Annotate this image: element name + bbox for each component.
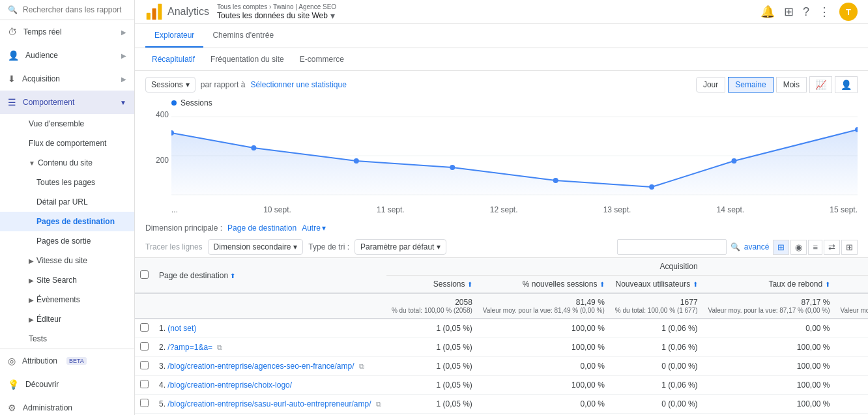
sidebar-search-container[interactable]: 🔍 <box>0 0 134 20</box>
sidebar-item-evenements[interactable]: ▶ Évènements <box>0 290 134 309</box>
chart-yaxis: 400 200 <box>145 110 169 201</box>
table-search-input[interactable] <box>617 239 727 255</box>
row1-page-link[interactable]: (not set) <box>167 324 196 333</box>
sidebar-item-audience[interactable]: 👤 Audience ▶ <box>0 44 134 67</box>
sidebar-item-contenu[interactable]: ▼ Contenu du site <box>0 153 134 173</box>
th-pages-session[interactable]: Pages/session ⬆ <box>835 276 868 294</box>
avatar[interactable]: T <box>839 3 858 21</box>
sidebar-item-acquisition[interactable]: ⬇ Acquisition ▶ <box>0 67 134 91</box>
summary-row: 2058 % du total: 100,00 % (2058) 81,49 %… <box>135 293 868 319</box>
sidebar-item-tests[interactable]: Tests <box>0 329 134 349</box>
row2-checkbox[interactable] <box>135 338 154 357</box>
th-new-users[interactable]: Nouveaux utilisateurs ⬆ <box>610 276 703 294</box>
app-name: Analytics <box>167 6 209 18</box>
dimension-value[interactable]: Page de destination <box>227 223 297 233</box>
row1-checkbox[interactable] <box>135 319 154 338</box>
sidebar-item-decouvrir[interactable]: 💡 Découvrir <box>0 373 134 396</box>
sub-tab-frequentation[interactable]: Fréquentation du site <box>204 52 291 66</box>
secondary-dim-chevron: ▾ <box>293 242 297 251</box>
sidebar-item-pages-destination[interactable]: Pages de destination <box>0 212 134 231</box>
row3-checkbox[interactable] <box>135 357 154 376</box>
sidebar-item-flux-comportement[interactable]: Flux de comportement <box>0 134 134 153</box>
sidebar-label-toutes-pages: Toutes les pages <box>36 178 95 187</box>
select-all-checkbox[interactable] <box>140 270 149 279</box>
view-compare-btn[interactable]: ⇄ <box>824 240 840 255</box>
chart-annotate-btn[interactable]: 👤 <box>835 76 858 93</box>
app-header: Analytics Tous les comptes › Twaino | Ag… <box>135 0 868 24</box>
sub-tab-ecommerce[interactable]: E-commerce <box>293 52 351 66</box>
table-search-icon[interactable]: 🔍 <box>731 242 740 251</box>
th-sessions[interactable]: Sessions ⬆ <box>386 276 478 294</box>
chart-area: Sessions 400 200 <box>135 98 868 220</box>
time-btn-semaine[interactable]: Semaine <box>728 77 773 93</box>
discover-icon: 💡 <box>8 379 19 390</box>
row2-bounce: 100,00 % <box>703 338 835 357</box>
select-stat[interactable]: Sélectionner une statistique <box>250 80 346 89</box>
sidebar-item-vitesse[interactable]: ▶ Vitesse du site <box>0 251 134 270</box>
sidebar-item-editeur[interactable]: ▶ Éditeur <box>0 309 134 329</box>
row3-check[interactable] <box>140 361 149 369</box>
chart-line-icon-btn[interactable]: 📈 <box>809 76 832 93</box>
row4-checkbox[interactable] <box>135 376 154 395</box>
sidebar-label-vue-ensemble: Vue d'ensemble <box>29 119 84 128</box>
sort-type-select[interactable]: Paramètre par défaut ▾ <box>354 239 446 255</box>
summary-pct-new: 81,49 % Valeur moy. pour la vue: 81,49 %… <box>478 293 610 319</box>
sidebar-item-comportement[interactable]: ☰ Comportement ▼ <box>0 91 134 114</box>
row5-pages: 1,00 <box>835 395 868 414</box>
sidebar-item-temps-reel[interactable]: ⏱ Temps réel ▶ <box>0 20 134 44</box>
row1-bounce: 0,00 % <box>703 319 835 338</box>
row2-pct-new: 100,00 % <box>478 338 610 357</box>
sort-sessions: ⬆ <box>467 281 472 288</box>
view-grid-btn[interactable]: ⊞ <box>773 240 789 255</box>
time-btn-jour[interactable]: Jour <box>696 77 725 93</box>
tab-explorateur[interactable]: Explorateur <box>145 24 203 48</box>
row4-new-users: 1 (0,06 %) <box>610 376 703 395</box>
row5-page-link[interactable]: /blog/creation-entreprise/sasu-eurl-auto… <box>167 399 371 408</box>
more-vert-icon[interactable]: ⋮ <box>818 5 830 19</box>
sidebar-item-toutes-pages[interactable]: Toutes les pages <box>0 173 134 192</box>
view-list-btn[interactable]: ≡ <box>808 240 822 255</box>
sidebar-item-administration[interactable]: ⚙ Administration <box>0 396 134 415</box>
view-icons: ⊞ ◉ ≡ ⇄ ⊞ <box>773 240 858 255</box>
secondary-dim-select[interactable]: Dimension secondaire ▾ <box>208 239 304 255</box>
time-btn-mois[interactable]: Mois <box>776 77 807 93</box>
row4-page-link[interactable]: /blog/creation-entreprise/choix-logo/ <box>167 380 292 390</box>
title-dropdown-icon[interactable]: ▾ <box>330 10 335 21</box>
th-page[interactable]: Page de destination ⬆ <box>154 258 386 294</box>
chart-container: 400 200 <box>171 110 858 214</box>
tab-chemins-entree[interactable]: Chemins d'entrée <box>203 24 283 48</box>
beta-badge: BETA <box>66 357 87 365</box>
row3-ext-icon: ⧉ <box>359 362 364 370</box>
sidebar-item-attribution[interactable]: ◎ Attribution BETA <box>0 349 134 373</box>
apps-grid-icon[interactable]: ⊞ <box>784 5 794 19</box>
chart-legend: Sessions <box>145 98 858 107</box>
row5-check[interactable] <box>140 399 149 407</box>
autre-button[interactable]: Autre ▾ <box>302 223 326 233</box>
th-bounce[interactable]: Taux de rebond ⬆ <box>703 276 835 294</box>
search-input[interactable] <box>23 5 126 14</box>
sidebar-item-detail-url[interactable]: Détail par URL <box>0 192 134 212</box>
view-pie-btn[interactable]: ◉ <box>790 240 807 255</box>
sidebar-item-pages-sortie[interactable]: Pages de sortie <box>0 231 134 251</box>
row2-page-link[interactable]: /?amp=1&a= <box>167 343 212 352</box>
sessions-dropdown[interactable]: Sessions ▾ <box>145 77 195 93</box>
row1-check[interactable] <box>140 323 149 332</box>
row3-page-link[interactable]: /blog/creation-entreprise/agences-seo-en… <box>167 362 354 371</box>
summary-checkbox-cell <box>135 293 154 319</box>
row2-check[interactable] <box>140 342 149 351</box>
help-icon[interactable]: ? <box>803 5 809 19</box>
app-logo: Analytics <box>145 3 209 21</box>
sidebar-item-vue-ensemble[interactable]: Vue d'ensemble <box>0 114 134 134</box>
row5-checkbox[interactable] <box>135 395 154 414</box>
chart-right-controls: Jour Semaine Mois 📈 👤 <box>696 76 858 93</box>
view-pivot-btn[interactable]: ⊞ <box>841 240 858 255</box>
avance-button[interactable]: avancé <box>744 242 770 251</box>
row4-check[interactable] <box>140 380 149 388</box>
th-pct-new[interactable]: % nouvelles sessions ⬆ <box>478 276 610 294</box>
sidebar-item-site-search[interactable]: ▶ Site Search <box>0 270 134 290</box>
sub-tabs-bar: Récapitulatif Fréquentation du site E-co… <box>135 48 868 71</box>
sub-tab-recapitulatif[interactable]: Récapitulatif <box>145 52 201 66</box>
bell-icon[interactable]: 🔔 <box>760 5 775 19</box>
sidebar-label-site-search: Site Search <box>36 276 77 285</box>
svg-point-8 <box>354 158 359 164</box>
